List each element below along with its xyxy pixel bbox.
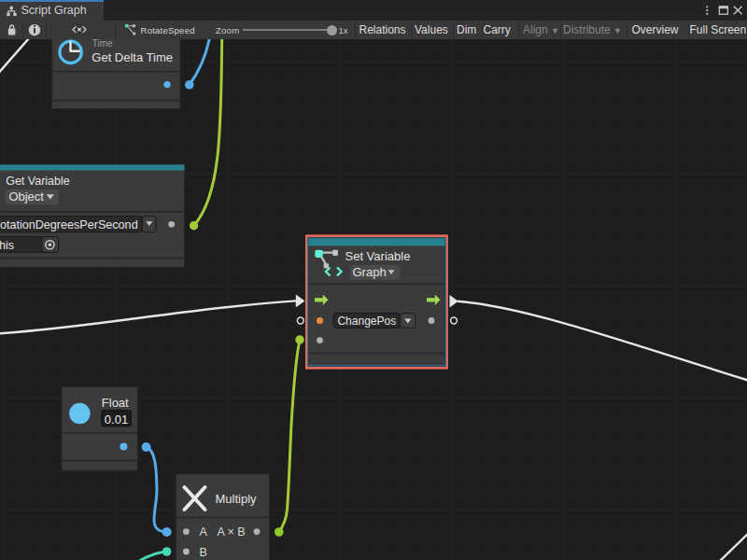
svg-text:Graph: Graph	[353, 265, 387, 279]
svg-text:A: A	[200, 525, 208, 539]
svg-text:Multiply: Multiply	[216, 492, 258, 506]
svg-text:B: B	[200, 546, 207, 559]
svg-text:Time: Time	[92, 39, 113, 49]
svg-text:Get Delta Time: Get Delta Time	[92, 50, 173, 64]
svg-text:RotationDegreesPerSecond: RotationDegreesPerSecond	[0, 218, 138, 231]
svg-text:This: This	[0, 239, 14, 252]
svg-text:A × B: A × B	[217, 525, 245, 539]
svg-text:0.01: 0.01	[105, 413, 128, 427]
svg-text:Get Variable: Get Variable	[6, 175, 70, 188]
svg-text:ChangePos: ChangePos	[337, 315, 396, 328]
svg-text:Set Variable: Set Variable	[345, 249, 411, 263]
svg-text:Object: Object	[8, 189, 44, 203]
svg-text:Float: Float	[102, 396, 129, 410]
